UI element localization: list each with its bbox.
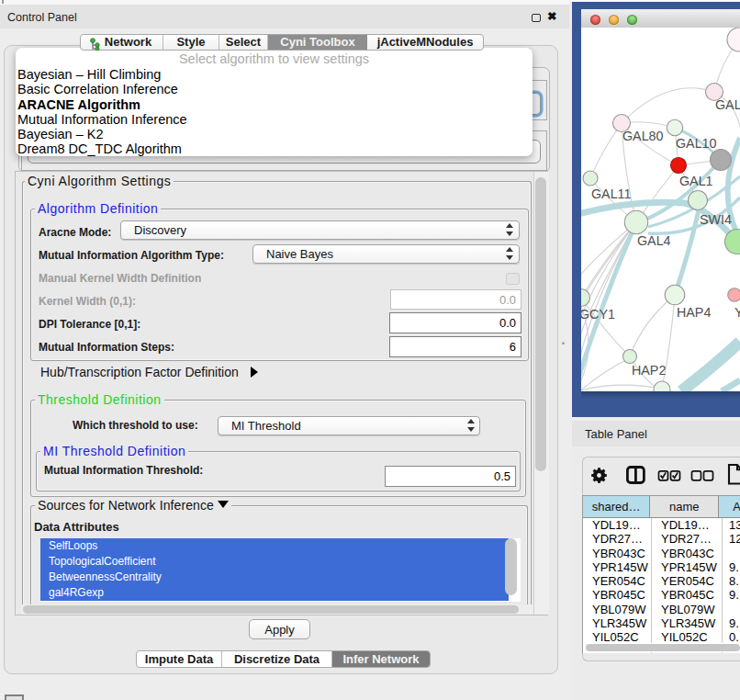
- svg-text:HAP4: HAP4: [677, 305, 711, 320]
- svg-text:GAL80: GAL80: [622, 129, 664, 143]
- svg-text:GAL11: GAL11: [591, 186, 631, 201]
- svg-text:GAL10: GAL10: [676, 136, 717, 151]
- svg-text:GAL4: GAL4: [637, 233, 671, 248]
- svg-text:YJ: YJ: [734, 305, 740, 320]
- svg-text:GAL1: GAL1: [679, 174, 713, 188]
- svg-text:HAP2: HAP2: [632, 363, 666, 378]
- svg-text:SWI4: SWI4: [700, 212, 732, 227]
- svg-text:GCY1: GCY1: [581, 307, 615, 322]
- svg-text:GAL7: GAL7: [715, 97, 740, 112]
